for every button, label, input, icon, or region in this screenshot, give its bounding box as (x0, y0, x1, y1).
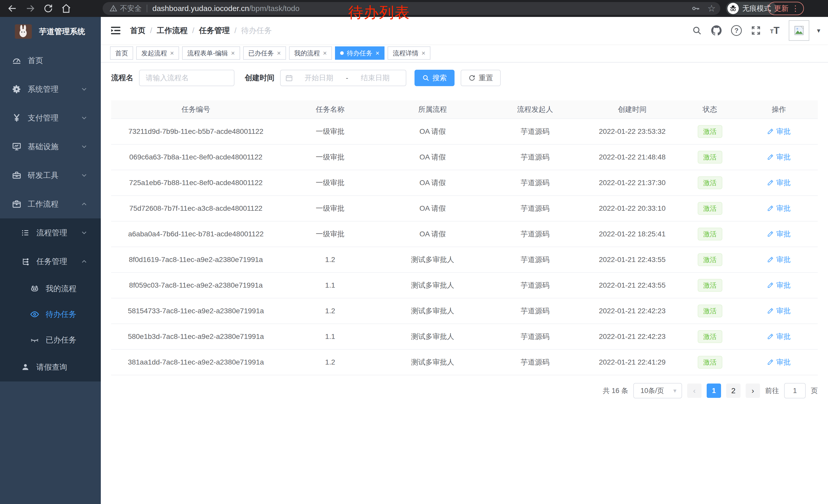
browser-forward-button[interactable] (25, 3, 36, 14)
sidebar-collapse-icon[interactable] (110, 26, 121, 35)
tab-process-detail[interactable]: 流程详情 × (387, 46, 430, 60)
cell-task-id: 75d72608-7b7f-11ec-a3c8-acde48001122 (111, 196, 281, 221)
date-range-picker[interactable]: 开始日期 - 结束日期 (280, 70, 406, 86)
page-button-2[interactable]: 2 (726, 383, 741, 398)
close-icon[interactable]: × (323, 50, 327, 56)
sidebar-item-todo-tasks[interactable]: 待办任务 (0, 302, 101, 327)
incognito-icon (728, 3, 739, 14)
tab-todo-tasks[interactable]: 待办任务 × (335, 46, 384, 60)
sidebar-item-task-mgmt[interactable]: 任务管理 (0, 247, 101, 276)
address-bar[interactable]: 不安全 dashboard.yudao.iocoder.cn /bpm/task… (102, 2, 720, 15)
approve-link[interactable]: 审批 (767, 280, 791, 290)
tab-process-form-edit[interactable]: 流程表单-编辑 × (182, 46, 240, 60)
browser-back-button[interactable] (7, 3, 18, 14)
approve-link[interactable]: 审批 (767, 255, 791, 265)
approve-link[interactable]: 审批 (767, 178, 791, 188)
browser-reload-button[interactable] (43, 3, 54, 14)
cell-task-name: 1.2 (281, 299, 380, 324)
sidebar-item-done-tasks[interactable]: 已办任务 (0, 327, 101, 353)
cell-actions: 审批 (740, 119, 818, 144)
sidebar-item-label: 工作流程 (28, 199, 58, 210)
page-size-select[interactable]: 10条/页 ▾ (633, 383, 682, 398)
sidebar-item-devtools[interactable]: 研发工具 (0, 161, 101, 190)
avatar[interactable] (789, 20, 809, 41)
breadcrumb-task-mgmt[interactable]: 任务管理 (199, 26, 230, 36)
cell-status: 激活 (680, 222, 740, 246)
sidebar-item-label: 首页 (28, 55, 43, 66)
tab-home[interactable]: 首页 (110, 46, 133, 60)
font-size-icon[interactable]: TT (770, 26, 780, 35)
browser-menu-icon[interactable]: ⋮ (792, 5, 799, 12)
incognito-label: 无痕模式 (742, 4, 771, 13)
approve-link[interactable]: 审批 (767, 332, 791, 341)
app-title: 芋道管理系统 (39, 27, 85, 37)
sidebar-item-system[interactable]: 系统管理 (0, 75, 101, 103)
status-badge: 激活 (698, 356, 722, 369)
goto-page-input[interactable] (784, 383, 806, 398)
eye-closed-icon (29, 335, 40, 345)
close-icon[interactable]: × (376, 50, 379, 56)
close-icon[interactable]: × (277, 50, 281, 56)
next-page-button[interactable]: › (746, 383, 760, 398)
bookmark-star-icon[interactable]: ☆ (707, 4, 716, 13)
approve-link[interactable]: 审批 (767, 357, 791, 367)
breadcrumb-home[interactable]: 首页 (130, 26, 146, 36)
sidebar-item-leave-query[interactable]: 请假查询 (0, 353, 101, 381)
sidebar-item-home[interactable]: 首页 (0, 46, 101, 75)
approve-link[interactable]: 审批 (767, 229, 791, 239)
tab-start-process[interactable]: 发起流程 × (136, 46, 179, 60)
approve-link[interactable]: 审批 (767, 203, 791, 213)
cell-actions: 审批 (740, 324, 818, 349)
sidebar-item-infra[interactable]: 基础设施 (0, 132, 101, 161)
github-icon[interactable] (711, 25, 722, 36)
cell-status: 激活 (680, 247, 740, 272)
cell-process: OA 请假 (380, 170, 486, 195)
cell-starter: 芋道源码 (486, 222, 585, 246)
robot-face-icon (29, 284, 40, 293)
edit-pen-icon (767, 359, 774, 366)
help-icon[interactable]: ? (731, 25, 742, 36)
approve-link[interactable]: 审批 (767, 152, 791, 162)
sidebar-item-payment[interactable]: 支付管理 (0, 103, 101, 132)
close-icon[interactable]: × (421, 50, 425, 56)
cell-process: 测试多审批人 (380, 247, 486, 272)
goto-label: 前往 (765, 386, 779, 395)
cell-starter: 芋道源码 (486, 170, 585, 195)
sidebar-item-my-process[interactable]: 我的流程 (0, 276, 101, 302)
cell-task-id: a6aba0a4-7b6d-11ec-b781-acde48001122 (111, 222, 281, 246)
sidebar-item-workflow[interactable]: 工作流程 (0, 190, 101, 218)
reset-button[interactable]: 重置 (461, 70, 501, 86)
close-icon[interactable]: × (231, 50, 235, 56)
security-warning-icon[interactable] (109, 5, 118, 12)
cell-task-name: 1.2 (281, 247, 380, 272)
table-row: a6aba0a4-7b6d-11ec-b781-acde48001122 一级审… (111, 222, 818, 247)
cell-status: 激活 (680, 196, 740, 221)
sidebar-item-process-mgmt[interactable]: 流程管理 (0, 218, 101, 247)
eye-icon (29, 310, 40, 319)
approve-link[interactable]: 审批 (767, 127, 791, 136)
approve-link[interactable]: 审批 (767, 306, 791, 316)
breadcrumb-workflow[interactable]: 工作流程 (157, 26, 188, 36)
app-logo-row[interactable]: 芋道管理系统 (0, 17, 101, 46)
browser-home-button[interactable] (60, 3, 72, 14)
cell-process: 测试多审批人 (380, 350, 486, 375)
tab-done-tasks[interactable]: 已办任务 × (243, 46, 286, 60)
fullscreen-icon[interactable] (751, 26, 761, 35)
prev-page-button[interactable]: ‹ (687, 383, 702, 398)
process-name-input[interactable] (139, 70, 235, 86)
cell-create-time: 2022-01-21 22:42:23 (585, 324, 680, 349)
col-task-id: 任务编号 (111, 100, 281, 119)
browser-update-button[interactable]: 更新 ⋮ (768, 2, 804, 15)
sidebar-item-label: 基础设施 (28, 141, 58, 152)
table-row: 381aa1dd-7ac8-11ec-a9e2-a2380e71991a 1.2… (111, 350, 818, 375)
header-search-icon[interactable] (692, 26, 702, 35)
sidebar-item-label: 研发工具 (28, 170, 58, 181)
search-button[interactable]: 搜索 (415, 70, 455, 86)
cell-create-time: 2022-01-22 20:33:10 (585, 196, 680, 221)
password-key-icon[interactable] (691, 4, 700, 13)
cell-status: 激活 (680, 145, 740, 170)
close-icon[interactable]: × (170, 50, 174, 56)
avatar-dropdown-caret-icon[interactable]: ▾ (817, 27, 820, 35)
page-button-1[interactable]: 1 (707, 383, 721, 398)
tab-my-process[interactable]: 我的流程 × (289, 46, 332, 60)
